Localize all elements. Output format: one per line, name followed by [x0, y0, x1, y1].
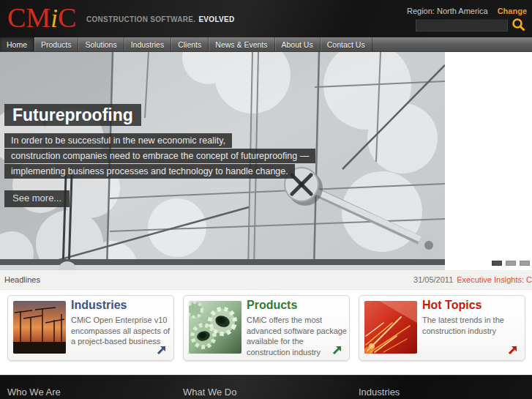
hero-title: Futureproofing [4, 104, 141, 126]
tagline-primary: CONSTRUCTION SOFTWARE. [86, 15, 195, 23]
industries-card[interactable]: Industries CMiC Open Enterprise v10 enco… [7, 295, 174, 361]
search-button[interactable] [510, 18, 528, 34]
nav-item-news-events[interactable]: News & Events [209, 37, 274, 51]
products-card[interactable]: Products CMiC offers the most advanced s… [183, 295, 350, 361]
arrow-up-right-icon[interactable] [331, 344, 343, 356]
nav-item-contact-us[interactable]: Contact Us [321, 37, 372, 51]
footer-heading-what-we-do: What We Do [183, 387, 236, 398]
nav-item-industries[interactable]: Industries [124, 37, 172, 51]
headline-date: 31/05/2011 [413, 275, 453, 284]
logo-cm: CM [7, 2, 50, 33]
nav-item-home[interactable]: Home [0, 37, 34, 51]
headline-item: 31/05/2011 Executive Insights: C [413, 275, 532, 284]
change-region-link[interactable]: Change [498, 7, 527, 15]
headline-link[interactable]: Executive Insights: C [457, 275, 532, 284]
nav-item-about-us[interactable]: About Us [275, 37, 321, 51]
hero-line-3: implementing business processes and tech… [4, 164, 295, 179]
hot-topics-card-text: The latest trends in the construction in… [422, 315, 522, 336]
page: CMiC CONSTRUCTION SOFTWARE.EVOLVED Regio… [0, 0, 532, 399]
nav-item-products[interactable]: Products [34, 37, 78, 51]
arrow-up-right-icon[interactable] [156, 344, 168, 356]
footer-heading-industries: Industries [359, 387, 400, 398]
search-input[interactable] [416, 19, 508, 31]
hot-topics-card-title: Hot Topics [422, 299, 482, 312]
carousel-dot-2[interactable] [506, 261, 516, 266]
hot-topics-card[interactable]: Hot Topics The latest trends in the cons… [359, 295, 525, 361]
carousel-dot-3[interactable] [520, 261, 530, 266]
search-icon [511, 23, 527, 34]
logo-c: C [58, 2, 76, 33]
nav-item-clients[interactable]: Clients [171, 37, 209, 51]
tagline-secondary: EVOLVED [198, 15, 234, 23]
carousel-dots [492, 261, 530, 266]
site-footer: Who We Are What We Do Industries [0, 375, 532, 399]
products-card-title: Products [247, 299, 297, 312]
hero-description: In order to be successful in the new eco… [4, 133, 315, 179]
see-more-link[interactable]: See more... [4, 190, 70, 207]
headlines-bar: Headlines 31/05/2011 Executive Insights:… [0, 270, 532, 290]
hero-line-2: construction companies need to embrace t… [4, 149, 315, 163]
industries-card-text: CMiC Open Enterprise v10 encompasses all… [71, 315, 171, 347]
red-sparks-photo [364, 301, 417, 354]
hero-banner: Futureproofing In order to be successful… [0, 52, 445, 270]
tagline: CONSTRUCTION SOFTWARE.EVOLVED [86, 15, 235, 23]
region-row: Region: North America Change [407, 7, 527, 15]
construction-cranes-photo [13, 301, 66, 354]
nav-item-solutions[interactable]: Solutions [78, 37, 124, 51]
main-nav: Home Products Solutions Industries Clien… [0, 37, 532, 52]
hero-line-1: In order to be successful in the new eco… [4, 133, 232, 148]
industries-card-title: Industries [71, 299, 127, 312]
cmic-logo[interactable]: CMiC [7, 3, 76, 34]
carousel-dot-1[interactable] [492, 261, 502, 266]
footer-heading-who-we-are: Who We Are [7, 387, 61, 398]
logo-i: i [50, 4, 58, 33]
green-gears-photo [189, 301, 241, 354]
region-label: Region: North America [407, 7, 488, 15]
site-header: CMiC CONSTRUCTION SOFTWARE.EVOLVED Regio… [0, 0, 532, 37]
arrow-up-right-icon[interactable] [507, 344, 519, 356]
headlines-label: Headlines [4, 275, 40, 284]
